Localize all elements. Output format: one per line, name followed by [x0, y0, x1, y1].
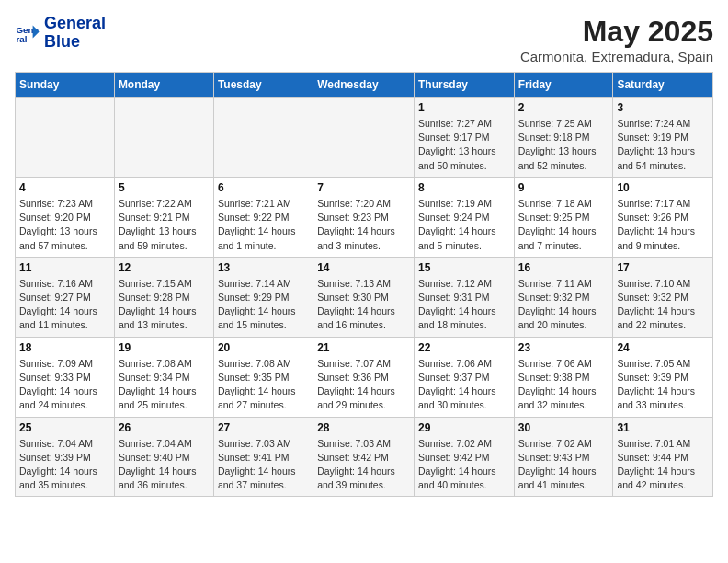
- day-detail: Sunrise: 7:07 AM Sunset: 9:36 PM Dayligh…: [317, 357, 410, 413]
- calendar-cell: 10Sunrise: 7:17 AM Sunset: 9:26 PM Dayli…: [613, 177, 713, 257]
- calendar-cell: 29Sunrise: 7:02 AM Sunset: 9:42 PM Dayli…: [414, 417, 514, 497]
- day-detail: Sunrise: 7:11 AM Sunset: 9:32 PM Dayligh…: [518, 277, 609, 333]
- day-number: 30: [518, 421, 609, 434]
- day-detail: Sunrise: 7:15 AM Sunset: 9:28 PM Dayligh…: [119, 277, 210, 333]
- day-number: 26: [119, 421, 210, 434]
- day-number: 6: [218, 181, 309, 194]
- day-detail: Sunrise: 7:25 AM Sunset: 9:18 PM Dayligh…: [518, 117, 609, 173]
- calendar-cell: 13Sunrise: 7:14 AM Sunset: 9:29 PM Dayli…: [213, 257, 313, 337]
- calendar-cell: 18Sunrise: 7:09 AM Sunset: 9:33 PM Dayli…: [16, 337, 115, 417]
- day-detail: Sunrise: 7:06 AM Sunset: 9:37 PM Dayligh…: [418, 357, 510, 413]
- calendar-cell: 31Sunrise: 7:01 AM Sunset: 9:44 PM Dayli…: [613, 417, 713, 497]
- col-header-thursday: Thursday: [414, 73, 514, 98]
- main-title: May 2025: [520, 15, 713, 49]
- day-number: 13: [218, 261, 309, 274]
- calendar-cell: 14Sunrise: 7:13 AM Sunset: 9:30 PM Dayli…: [313, 257, 415, 337]
- calendar-cell: 23Sunrise: 7:06 AM Sunset: 9:38 PM Dayli…: [514, 337, 613, 417]
- day-detail: Sunrise: 7:16 AM Sunset: 9:27 PM Dayligh…: [19, 277, 110, 333]
- day-number: 10: [617, 181, 709, 194]
- calendar-cell: 19Sunrise: 7:08 AM Sunset: 9:34 PM Dayli…: [114, 337, 213, 417]
- title-area: May 2025 Carmonita, Extremadura, Spain: [520, 15, 713, 64]
- calendar-table: SundayMondayTuesdayWednesdayThursdayFrid…: [15, 72, 713, 497]
- day-number: 20: [218, 341, 309, 354]
- day-number: 21: [317, 341, 410, 354]
- day-detail: Sunrise: 7:22 AM Sunset: 9:21 PM Dayligh…: [119, 197, 210, 253]
- calendar-cell: 15Sunrise: 7:12 AM Sunset: 9:31 PM Dayli…: [414, 257, 514, 337]
- col-header-sunday: Sunday: [16, 73, 115, 98]
- logo-text-line2: Blue: [44, 33, 106, 52]
- calendar-cell: 26Sunrise: 7:04 AM Sunset: 9:40 PM Dayli…: [114, 417, 213, 497]
- day-detail: Sunrise: 7:02 AM Sunset: 9:42 PM Dayligh…: [418, 437, 510, 493]
- day-number: 4: [19, 181, 110, 194]
- day-detail: Sunrise: 7:27 AM Sunset: 9:17 PM Dayligh…: [418, 117, 510, 173]
- day-number: 27: [218, 421, 309, 434]
- day-number: 15: [418, 261, 510, 274]
- day-detail: Sunrise: 7:10 AM Sunset: 9:32 PM Dayligh…: [617, 277, 709, 333]
- day-number: 9: [518, 181, 609, 194]
- day-detail: Sunrise: 7:13 AM Sunset: 9:30 PM Dayligh…: [317, 277, 410, 333]
- calendar-cell: 12Sunrise: 7:15 AM Sunset: 9:28 PM Dayli…: [114, 257, 213, 337]
- calendar-cell: 21Sunrise: 7:07 AM Sunset: 9:36 PM Dayli…: [313, 337, 415, 417]
- calendar-cell: [213, 98, 313, 178]
- day-detail: Sunrise: 7:01 AM Sunset: 9:44 PM Dayligh…: [617, 437, 709, 493]
- calendar-cell: 24Sunrise: 7:05 AM Sunset: 9:39 PM Dayli…: [613, 337, 713, 417]
- day-number: 18: [19, 341, 110, 354]
- subtitle: Carmonita, Extremadura, Spain: [520, 49, 713, 64]
- day-detail: Sunrise: 7:17 AM Sunset: 9:26 PM Dayligh…: [617, 197, 709, 253]
- calendar-cell: 30Sunrise: 7:02 AM Sunset: 9:43 PM Dayli…: [514, 417, 613, 497]
- day-number: 1: [418, 101, 510, 114]
- day-detail: Sunrise: 7:05 AM Sunset: 9:39 PM Dayligh…: [617, 357, 709, 413]
- calendar-cell: [114, 98, 213, 178]
- day-number: 19: [119, 341, 210, 354]
- logo-icon: Gene ral: [15, 20, 40, 46]
- calendar-header-row: SundayMondayTuesdayWednesdayThursdayFrid…: [16, 73, 713, 98]
- calendar-cell: 16Sunrise: 7:11 AM Sunset: 9:32 PM Dayli…: [514, 257, 613, 337]
- header: Gene ral General Blue May 2025 Carmonita…: [15, 15, 713, 64]
- calendar-cell: 27Sunrise: 7:03 AM Sunset: 9:41 PM Dayli…: [213, 417, 313, 497]
- logo-text-line1: General: [44, 15, 106, 33]
- calendar-cell: 6Sunrise: 7:21 AM Sunset: 9:22 PM Daylig…: [213, 177, 313, 257]
- day-number: 31: [617, 421, 709, 434]
- day-detail: Sunrise: 7:03 AM Sunset: 9:42 PM Dayligh…: [317, 437, 410, 493]
- day-detail: Sunrise: 7:02 AM Sunset: 9:43 PM Dayligh…: [518, 437, 609, 493]
- calendar-cell: 22Sunrise: 7:06 AM Sunset: 9:37 PM Dayli…: [414, 337, 514, 417]
- day-number: 29: [418, 421, 510, 434]
- day-number: 23: [518, 341, 609, 354]
- calendar-cell: 2Sunrise: 7:25 AM Sunset: 9:18 PM Daylig…: [514, 98, 613, 178]
- day-number: 2: [518, 101, 609, 114]
- day-detail: Sunrise: 7:24 AM Sunset: 9:19 PM Dayligh…: [617, 117, 709, 173]
- calendar-cell: 5Sunrise: 7:22 AM Sunset: 9:21 PM Daylig…: [114, 177, 213, 257]
- col-header-saturday: Saturday: [613, 73, 713, 98]
- day-number: 17: [617, 261, 709, 274]
- day-number: 14: [317, 261, 410, 274]
- calendar-cell: 11Sunrise: 7:16 AM Sunset: 9:27 PM Dayli…: [16, 257, 115, 337]
- day-detail: Sunrise: 7:08 AM Sunset: 9:35 PM Dayligh…: [218, 357, 309, 413]
- col-header-wednesday: Wednesday: [313, 73, 415, 98]
- day-detail: Sunrise: 7:19 AM Sunset: 9:24 PM Dayligh…: [418, 197, 510, 253]
- day-detail: Sunrise: 7:14 AM Sunset: 9:29 PM Dayligh…: [218, 277, 309, 333]
- day-number: 25: [19, 421, 110, 434]
- calendar-week-5: 25Sunrise: 7:04 AM Sunset: 9:39 PM Dayli…: [16, 417, 713, 497]
- day-detail: Sunrise: 7:08 AM Sunset: 9:34 PM Dayligh…: [119, 357, 210, 413]
- day-detail: Sunrise: 7:20 AM Sunset: 9:23 PM Dayligh…: [317, 197, 410, 253]
- day-number: 3: [617, 101, 709, 114]
- calendar-cell: 9Sunrise: 7:18 AM Sunset: 9:25 PM Daylig…: [514, 177, 613, 257]
- calendar-cell: [313, 98, 415, 178]
- day-number: 22: [418, 341, 510, 354]
- day-number: 11: [19, 261, 110, 274]
- col-header-monday: Monday: [114, 73, 213, 98]
- calendar-cell: 4Sunrise: 7:23 AM Sunset: 9:20 PM Daylig…: [16, 177, 115, 257]
- calendar-cell: 3Sunrise: 7:24 AM Sunset: 9:19 PM Daylig…: [613, 98, 713, 178]
- day-number: 7: [317, 181, 410, 194]
- svg-text:ral: ral: [16, 34, 27, 44]
- day-number: 5: [119, 181, 210, 194]
- calendar-cell: 8Sunrise: 7:19 AM Sunset: 9:24 PM Daylig…: [414, 177, 514, 257]
- day-detail: Sunrise: 7:03 AM Sunset: 9:41 PM Dayligh…: [218, 437, 309, 493]
- calendar-week-2: 4Sunrise: 7:23 AM Sunset: 9:20 PM Daylig…: [16, 177, 713, 257]
- calendar-cell: 28Sunrise: 7:03 AM Sunset: 9:42 PM Dayli…: [313, 417, 415, 497]
- day-number: 12: [119, 261, 210, 274]
- day-detail: Sunrise: 7:18 AM Sunset: 9:25 PM Dayligh…: [518, 197, 609, 253]
- calendar-cell: 25Sunrise: 7:04 AM Sunset: 9:39 PM Dayli…: [16, 417, 115, 497]
- col-header-tuesday: Tuesday: [213, 73, 313, 98]
- col-header-friday: Friday: [514, 73, 613, 98]
